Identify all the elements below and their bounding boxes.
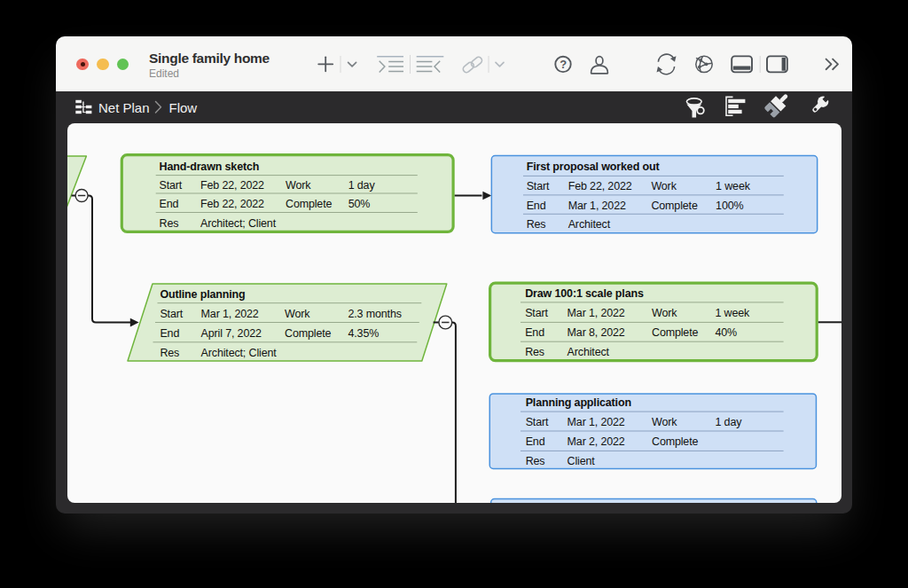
svg-text:Start: Start (527, 180, 550, 192)
svg-text:Res: Res (160, 216, 179, 229)
svg-text:Outline planning: Outline planning (160, 287, 245, 300)
svg-text:Feb 22, 2022: Feb 22, 2022 (568, 180, 632, 192)
svg-text:Work: Work (652, 416, 677, 428)
svg-text:100%: 100% (716, 199, 743, 211)
svg-text:Architect; Client: Architect; Client (200, 216, 277, 229)
svg-text:1 day: 1 day (348, 178, 376, 191)
svg-text:Mar 2, 2022: Mar 2, 2022 (568, 435, 625, 448)
svg-text:2.3 months: 2.3 months (348, 307, 402, 319)
svg-text:Complete: Complete (652, 326, 698, 339)
svg-text:Start: Start (160, 178, 183, 191)
svg-text:Architect: Architect (568, 346, 610, 358)
svg-text:1 day: 1 day (716, 416, 743, 428)
svg-text:Mar 1, 2022: Mar 1, 2022 (568, 199, 626, 211)
svg-text:4.35%: 4.35% (348, 326, 380, 339)
svg-text:Architect; Client: Architect; Client (201, 346, 278, 358)
svg-text:Net Plan: Net Plan (98, 100, 150, 115)
svg-text:End: End (525, 326, 544, 339)
svg-text:First proposal worked out: First proposal worked out (527, 161, 661, 173)
svg-text:Complete: Complete (286, 198, 332, 210)
svg-text:50%: 50% (348, 198, 371, 210)
svg-text:Draw 100:1 scale plans: Draw 100:1 scale plans (525, 287, 644, 300)
svg-text:End: End (160, 326, 179, 339)
svg-text:End: End (526, 435, 545, 448)
svg-text:Res: Res (525, 346, 544, 358)
svg-text:Work: Work (286, 178, 311, 191)
svg-text:1 week: 1 week (716, 180, 751, 192)
svg-text:Work: Work (285, 307, 310, 319)
svg-text:Client: Client (568, 455, 596, 467)
svg-text:Res: Res (526, 455, 545, 467)
svg-text:Feb 22, 2022: Feb 22, 2022 (200, 198, 264, 210)
svg-text:Work: Work (651, 180, 677, 192)
svg-text:Hand-drawn sketch: Hand-drawn sketch (160, 160, 260, 172)
svg-text:Mar 8, 2022: Mar 8, 2022 (568, 326, 625, 339)
svg-text:Mar 1, 2022: Mar 1, 2022 (201, 307, 259, 319)
svg-text:Res: Res (527, 218, 546, 231)
svg-text:Work: Work (652, 307, 677, 319)
svg-text:Mar 1, 2022: Mar 1, 2022 (568, 307, 625, 319)
svg-text:Planning application: Planning application (526, 396, 631, 409)
svg-text:End: End (160, 198, 179, 210)
svg-text:?: ? (560, 58, 567, 71)
svg-text:Res: Res (160, 346, 179, 358)
svg-text:40%: 40% (716, 326, 738, 339)
svg-text:Flow: Flow (169, 100, 198, 115)
svg-text:1 week: 1 week (716, 307, 751, 319)
svg-text:Complete: Complete (652, 435, 698, 448)
svg-text:Mar 1, 2022: Mar 1, 2022 (568, 416, 625, 428)
svg-text:Complete: Complete (651, 199, 697, 211)
svg-text:Start: Start (160, 307, 183, 319)
svg-text:Complete: Complete (285, 326, 331, 339)
svg-text:Start: Start (526, 416, 549, 428)
svg-text:Start: Start (525, 307, 548, 319)
svg-text:April 7, 2022: April 7, 2022 (201, 326, 262, 339)
svg-text:Feb 22, 2022: Feb 22, 2022 (200, 178, 264, 191)
svg-text:Architect: Architect (568, 218, 611, 231)
svg-text:End: End (527, 199, 546, 211)
